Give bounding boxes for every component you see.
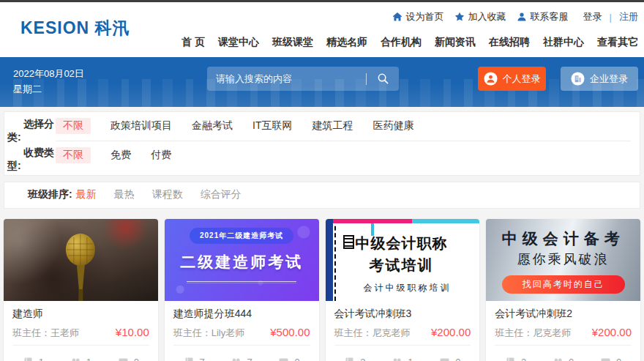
course-title[interactable]: 会计考试冲刺班2 [495, 308, 632, 321]
course-card[interactable]: 中级会计职称考试培训会计中级职称培训 会计考试冲刺班3 班主任：尼克老师 ¥20… [326, 219, 480, 361]
cover-heading: 二级建造师考试 [180, 252, 303, 272]
filter-option[interactable]: IT互联网 [252, 119, 292, 133]
sort-panel: 班级排序: 最新最热课程数综合评分 [4, 182, 640, 209]
members-icon [70, 357, 81, 361]
courses-icon [505, 357, 516, 361]
main-nav: 首 页课堂中心班级课堂精选名师合作机构新闻资讯在线招聘社群中心查看其它 [181, 36, 638, 49]
sort-option[interactable]: 最热 [114, 188, 135, 200]
filter-option[interactable]: 不限 [56, 118, 91, 134]
sort-option[interactable]: 最新 [76, 188, 97, 200]
course-card[interactable]: 2021年二级建造师考试二级建造师考试 建造师提分班444 班主任：Lily老师… [165, 219, 319, 361]
card-meta: 班主任：王老师 ¥10.00 [12, 326, 149, 340]
filter-option[interactable]: 免费 [111, 149, 131, 162]
stat-comments: 0 [439, 357, 460, 361]
teacher-name: 王老师 [50, 327, 79, 338]
enterprise-login-button[interactable]: 企业登录 [561, 67, 638, 91]
card-body: 会计考试冲刺班2 班主任：尼克老师 ¥200.00 [486, 301, 640, 349]
add-favorite-link[interactable]: 加入收藏 [454, 10, 506, 23]
filter-label-line: 类: [7, 130, 56, 144]
banner-date: 2022年08月02日 星期二 [13, 67, 84, 97]
login-link[interactable]: 登录 [583, 10, 602, 23]
filter-label-line: 选择分 [7, 117, 56, 130]
course-price: ¥10.00 [116, 326, 149, 338]
search-input[interactable] [207, 67, 366, 91]
filter-option[interactable]: 政策培训项目 [111, 119, 172, 133]
stat-value: 2 [360, 357, 365, 361]
filter-options: 不限免费付费 [56, 146, 631, 163]
stat-value: 1 [408, 357, 413, 361]
sort-option[interactable]: 综合评分 [201, 188, 242, 200]
nav-item-8[interactable]: 查看其它 [597, 36, 638, 49]
search-button[interactable] [367, 67, 399, 91]
card-stats: 770 [165, 349, 319, 361]
stat-value: 7 [200, 357, 205, 361]
accounting-training-cover: 中级会计职称考试培训会计中级职称培训 [326, 219, 480, 301]
nav-item-0[interactable]: 首 页 [181, 36, 205, 49]
date-text: 2022年08月02日 [13, 67, 84, 82]
contact-service-link[interactable]: 联系客服 [517, 10, 569, 23]
exam-banner-cover: 2021年二级建造师考试二级建造师考试 [165, 219, 319, 301]
filter-option[interactable]: 建筑工程 [312, 119, 353, 133]
courses-icon [23, 357, 34, 361]
course-card[interactable]: 建造师 班主任：王老师 ¥10.00 110 [4, 219, 158, 361]
microphone-photo-cover [4, 219, 158, 301]
nav-item-7[interactable]: 社群中心 [543, 36, 584, 49]
card-divider [173, 345, 310, 346]
stat-value: 0 [569, 357, 574, 361]
courses-icon [344, 357, 355, 361]
course-title[interactable]: 建造师提分班444 [173, 308, 310, 321]
filter-label-line: 型: [7, 159, 56, 172]
teacher-label: 班主任： [334, 327, 372, 338]
sort-options: 最新最热课程数综合评分 [76, 188, 259, 201]
register-link[interactable]: 注册 [619, 10, 638, 23]
stat-value: 0 [134, 357, 139, 361]
teacher-row: 班主任：尼克老师 [495, 327, 571, 340]
banner-actions: 个人登录 企业登录 [478, 67, 638, 91]
filter-row-1: 收费类型:不限免费付费 [7, 146, 631, 172]
card-meta: 班主任：尼克老师 ¥200.00 [334, 326, 471, 340]
auth-separator: | [610, 12, 612, 23]
enterprise-login-label: 企业登录 [590, 72, 628, 86]
sort-option[interactable]: 课程数 [152, 188, 183, 200]
site-header: KESION 科汛 设为首页加入收藏联系客服 登录 | 注册 首 页课堂中心班级… [0, 2, 644, 57]
nav-item-3[interactable]: 精选名师 [326, 36, 367, 49]
members-icon [231, 357, 242, 361]
filter-option[interactable]: 付费 [151, 149, 171, 162]
stat-value: 7 [247, 357, 252, 361]
person-circle-icon [484, 72, 498, 86]
course-title[interactable]: 会计考试冲刺班3 [334, 308, 471, 321]
card-body: 建造师提分班444 班主任：Lily老师 ¥500.00 [165, 301, 319, 349]
personal-login-button[interactable]: 个人登录 [478, 67, 546, 91]
stat-value: 2 [521, 357, 526, 361]
set-homepage-link[interactable]: 设为首页 [392, 10, 444, 23]
filter-option[interactable]: 金融考试 [192, 119, 233, 133]
course-card[interactable]: 中级会计备考愿你乘风破浪找回高考时的自己 会计考试冲刺班2 班主任：尼克老师 ¥… [486, 219, 640, 361]
nav-item-6[interactable]: 在线招聘 [489, 36, 530, 49]
stat-members: 7 [231, 357, 252, 361]
card-divider [12, 345, 149, 346]
filter-label-line: 收费类 [7, 146, 56, 159]
card-body: 会计考试冲刺班3 班主任：尼克老师 ¥200.00 [326, 301, 480, 349]
comments-icon [439, 357, 450, 361]
course-title[interactable]: 建造师 [12, 308, 149, 321]
filter-option[interactable]: 不限 [56, 147, 91, 163]
cover-subheading: 会计中级职称培训 [364, 282, 477, 294]
document-icon [343, 235, 354, 249]
teacher-row: 班主任：尼克老师 [334, 327, 411, 340]
stat-value: 0 [455, 357, 460, 361]
weekday-text: 星期二 [13, 82, 84, 97]
topbar-link-label: 加入收藏 [468, 10, 506, 23]
star-icon [454, 12, 465, 22]
stat-members: 1 [70, 357, 91, 361]
nav-item-1[interactable]: 课堂中心 [218, 36, 259, 49]
nav-item-2[interactable]: 班级课堂 [272, 36, 313, 49]
brand-logo[interactable]: KESION 科汛 [20, 17, 130, 40]
card-body: 建造师 班主任：王老师 ¥10.00 [4, 301, 158, 349]
nav-item-5[interactable]: 新闻资讯 [435, 36, 476, 49]
course-price: ¥200.00 [431, 326, 471, 338]
filter-option[interactable]: 医药健康 [372, 119, 413, 133]
stat-comments: 0 [600, 357, 621, 361]
personal-login-label: 个人登录 [503, 72, 541, 86]
nav-item-4[interactable]: 合作机构 [381, 36, 422, 49]
utility-links: 设为首页加入收藏联系客服 [392, 10, 569, 23]
